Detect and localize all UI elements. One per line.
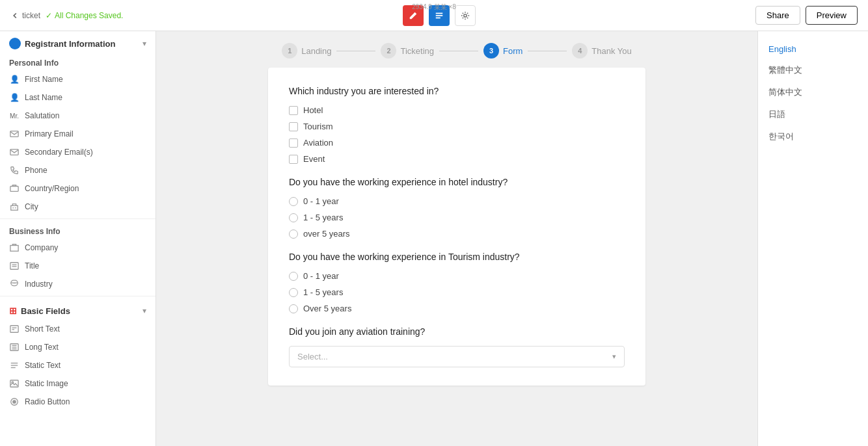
radio-icon bbox=[9, 397, 20, 407]
checkbox-tourism[interactable]: Tourism bbox=[289, 122, 625, 131]
sidebar-divider-1 bbox=[0, 218, 156, 219]
sidebar-item-primary-email[interactable]: Primary Email bbox=[0, 125, 156, 143]
svg-rect-4 bbox=[10, 131, 18, 137]
svg-rect-0 bbox=[436, 12, 443, 14]
checkbox-tourism-label: Tourism bbox=[303, 122, 333, 131]
step-form: 3 Form bbox=[483, 43, 522, 59]
radio-hotel-over5-btn[interactable] bbox=[289, 230, 298, 239]
svg-rect-14 bbox=[10, 326, 18, 333]
settings-tool-button[interactable] bbox=[455, 5, 476, 26]
business-info-header: Business Info bbox=[0, 222, 156, 239]
svg-rect-11 bbox=[10, 263, 18, 270]
ticket-label: ticket bbox=[22, 11, 40, 20]
radio-hotel-1-5-btn[interactable] bbox=[289, 213, 298, 222]
radio-hotel-over5-label: over 5 years bbox=[303, 229, 350, 239]
step-landing: 1 Landing bbox=[282, 43, 331, 59]
sidebar-item-city[interactable]: City bbox=[0, 198, 156, 216]
svg-rect-6 bbox=[10, 187, 18, 192]
step-label-thank-you: Thank You bbox=[591, 46, 631, 56]
sidebar-item-secondary-email[interactable]: Secondary Email(s) bbox=[0, 143, 156, 161]
radio-hotel-0-1-label: 0 - 1 year bbox=[303, 196, 339, 206]
svg-rect-7 bbox=[11, 205, 18, 210]
step-label-ticketing: Ticketing bbox=[400, 46, 434, 56]
sidebar-item-short-text[interactable]: Short Text bbox=[0, 320, 156, 338]
sidebar-item-first-name[interactable]: 👤 First Name bbox=[0, 70, 156, 88]
globe-icon bbox=[9, 183, 20, 194]
back-button[interactable]: ticket bbox=[10, 11, 40, 20]
select-placeholder: Select... bbox=[297, 352, 328, 361]
registrant-section-title: 👤 Registrant Information bbox=[9, 38, 115, 49]
sidebar-item-country-region[interactable]: Country/Region bbox=[0, 179, 156, 198]
sidebar-item-industry[interactable]: Industry bbox=[0, 275, 156, 293]
step-label-form: Form bbox=[503, 46, 522, 56]
radio-tourism-1-5-btn[interactable] bbox=[289, 288, 298, 297]
email-icon bbox=[9, 129, 20, 139]
phone-icon bbox=[9, 165, 20, 176]
question-2: Do you have the working experience in ho… bbox=[289, 177, 625, 187]
registrant-chevron[interactable]: ▾ bbox=[142, 39, 146, 48]
checkbox-aviation-box[interactable] bbox=[289, 138, 298, 148]
radio-tourism-0-1-label: 0 - 1 year bbox=[303, 271, 339, 281]
radio-tourism-0-1[interactable]: 0 - 1 year bbox=[289, 271, 625, 281]
step-connector-2 bbox=[439, 51, 478, 51]
lang-japanese[interactable]: 日語 bbox=[758, 103, 868, 125]
checkbox-hotel-box[interactable] bbox=[289, 106, 298, 115]
lang-traditional-chinese[interactable]: 繁體中文 bbox=[758, 59, 868, 81]
question-1: Which industry you are interested in? bbox=[289, 86, 625, 96]
radio-tourism-over5-btn[interactable] bbox=[289, 304, 298, 313]
checkbox-tourism-box[interactable] bbox=[289, 122, 298, 131]
preview-button[interactable]: Preview bbox=[806, 6, 858, 25]
radio-tourism-1-5[interactable]: 1 - 5 years bbox=[289, 287, 625, 297]
basic-fields-chevron[interactable]: ▾ bbox=[142, 306, 146, 315]
sidebar: 👤 Registrant Information ▾ Personal Info… bbox=[0, 31, 156, 446]
long-text-icon bbox=[9, 342, 20, 352]
sidebar-item-salutation[interactable]: Mr. Salutation bbox=[0, 107, 156, 125]
svg-point-3 bbox=[464, 14, 467, 16]
checkbox-event-box[interactable] bbox=[289, 155, 298, 164]
radio-hotel-0-1-btn[interactable] bbox=[289, 197, 298, 206]
lang-english[interactable]: English bbox=[758, 39, 868, 59]
checkbox-aviation-label: Aviation bbox=[303, 138, 333, 148]
email-icon-2 bbox=[9, 147, 20, 157]
industry-icon bbox=[9, 279, 20, 289]
layout: 👤 Registrant Information ▾ Personal Info… bbox=[0, 31, 868, 446]
sidebar-item-long-text[interactable]: Long Text bbox=[0, 338, 156, 356]
checkbox-aviation[interactable]: Aviation bbox=[289, 138, 625, 148]
sidebar-item-phone[interactable]: Phone bbox=[0, 161, 156, 179]
svg-rect-5 bbox=[10, 150, 18, 155]
registrant-section-header: 👤 Registrant Information ▾ bbox=[0, 31, 156, 53]
svg-rect-1 bbox=[436, 15, 443, 16]
sidebar-item-static-image[interactable]: Static Image bbox=[0, 374, 156, 393]
radio-tourism-over5[interactable]: Over 5 years bbox=[289, 304, 625, 313]
radio-hotel-over5[interactable]: over 5 years bbox=[289, 229, 625, 239]
sidebar-divider-2 bbox=[0, 296, 156, 296]
sidebar-item-company[interactable]: Company bbox=[0, 239, 156, 257]
radio-tourism-0-1-btn[interactable] bbox=[289, 272, 298, 281]
step-circle-4: 4 bbox=[572, 43, 588, 59]
step-thank-you: 4 Thank You bbox=[572, 43, 631, 59]
question-4: Did you join any aviation training? bbox=[289, 326, 625, 337]
sidebar-item-last-name[interactable]: 👤 Last Name bbox=[0, 88, 156, 107]
basic-fields-title: ⊞ Basic Fields bbox=[9, 306, 70, 316]
radio-tourism-over5-label: Over 5 years bbox=[303, 304, 351, 313]
radio-hotel-0-1[interactable]: 0 - 1 year bbox=[289, 196, 625, 206]
lang-korean[interactable]: 한국어 bbox=[758, 125, 868, 148]
step-connector-3 bbox=[528, 51, 567, 51]
city-icon bbox=[9, 202, 20, 212]
basic-fields-section-header: ⊞ Basic Fields ▾ bbox=[0, 299, 156, 320]
question-3: Do you have the working experience in To… bbox=[289, 252, 625, 262]
step-label-landing: Landing bbox=[301, 46, 331, 56]
sidebar-item-radio-button[interactable]: Radio Button bbox=[0, 393, 156, 411]
step-circle-2: 2 bbox=[381, 43, 396, 59]
share-button[interactable]: Share bbox=[755, 6, 800, 25]
salutation-icon: Mr. bbox=[9, 111, 20, 121]
step-circle-3: 3 bbox=[483, 43, 499, 59]
sidebar-item-title[interactable]: Title bbox=[0, 257, 156, 275]
checkbox-event[interactable]: Event bbox=[289, 154, 625, 164]
checkbox-hotel[interactable]: Hotel bbox=[289, 105, 625, 115]
aviation-dropdown[interactable]: Select... ▾ bbox=[289, 346, 625, 367]
step-ticketing: 2 Ticketing bbox=[381, 43, 434, 59]
radio-hotel-1-5[interactable]: 1 - 5 years bbox=[289, 213, 625, 222]
sidebar-item-static-text[interactable]: Static Text bbox=[0, 356, 156, 374]
lang-simplified-chinese[interactable]: 简体中文 bbox=[758, 81, 868, 103]
